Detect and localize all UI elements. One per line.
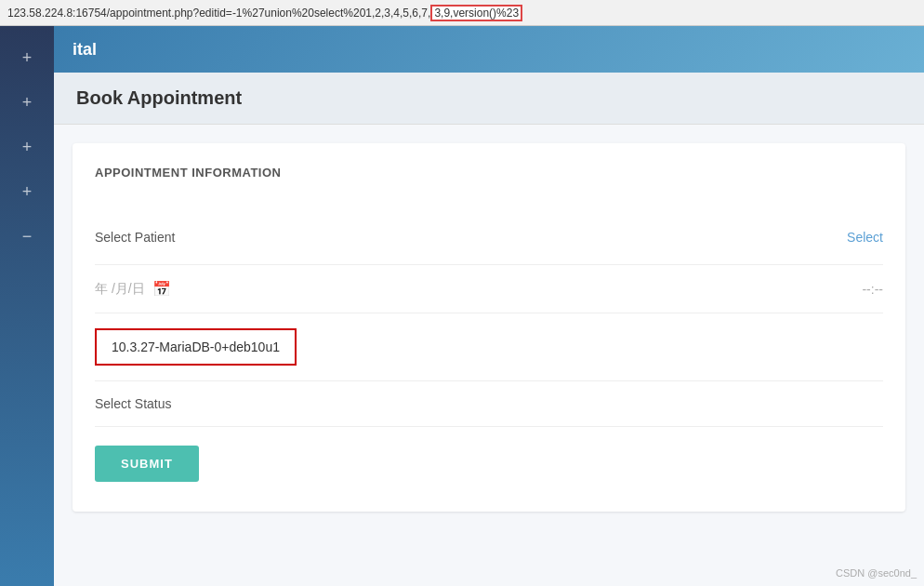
version-box: 10.3.27-MariaDB-0+deb10u1 xyxy=(95,328,297,366)
url-text: 123.58.224.8:16754/appointment.php?editi… xyxy=(7,7,522,20)
submit-row: SUBMIT xyxy=(95,427,883,489)
address-bar: 123.58.224.8:16754/appointment.php?editi… xyxy=(0,0,924,26)
content-area: ital Book Appointment APPOINTMENT INFORM… xyxy=(54,26,924,586)
url-highlighted: 3,9,version()%23 xyxy=(430,5,522,21)
page-title: Book Appointment xyxy=(76,87,242,108)
sidebar-item-5[interactable]: − xyxy=(0,214,54,259)
sidebar-item-1[interactable]: + xyxy=(0,35,54,80)
time-placeholder: --:-- xyxy=(862,282,883,297)
watermark: CSDN @sec0nd_ xyxy=(836,567,917,579)
datetime-row: 年 /月/日 📅 --:-- xyxy=(95,265,883,313)
sidebar-item-4[interactable]: + xyxy=(0,169,54,214)
select-patient-button[interactable]: Select xyxy=(847,230,883,245)
version-row: 10.3.27-MariaDB-0+deb10u1 xyxy=(95,313,883,381)
select-patient-row: Select Patient Select xyxy=(95,209,883,265)
version-value: 10.3.27-MariaDB-0+deb10u1 xyxy=(112,340,280,354)
header-title: ital xyxy=(73,40,97,60)
sidebar: + + + + − xyxy=(0,26,54,586)
date-input-wrapper: 年 /月/日 📅 xyxy=(95,280,843,298)
date-placeholder: 年 /月/日 xyxy=(95,281,145,298)
calendar-icon[interactable]: 📅 xyxy=(152,280,171,298)
select-status-row: Select Status xyxy=(95,381,883,427)
select-patient-label: Select Patient xyxy=(95,230,847,245)
sidebar-item-3[interactable]: + xyxy=(0,125,54,169)
submit-button[interactable]: SUBMIT xyxy=(95,446,199,482)
form-container: APPOINTMENT INFORMATION Select Patient S… xyxy=(73,143,905,512)
select-status-label: Select Status xyxy=(95,396,172,411)
page-content: Book Appointment APPOINTMENT INFORMATION… xyxy=(54,73,924,586)
page-title-bar: Book Appointment xyxy=(54,73,924,125)
top-header: ital xyxy=(54,26,924,73)
section-title: APPOINTMENT INFORMATION xyxy=(95,166,883,187)
sidebar-item-2[interactable]: + xyxy=(0,80,54,125)
url-prefix: 123.58.224.8:16754/appointment.php?editi… xyxy=(7,7,430,20)
main-layout: + + + + − ital Book Appointment APPOINTM… xyxy=(0,26,924,586)
